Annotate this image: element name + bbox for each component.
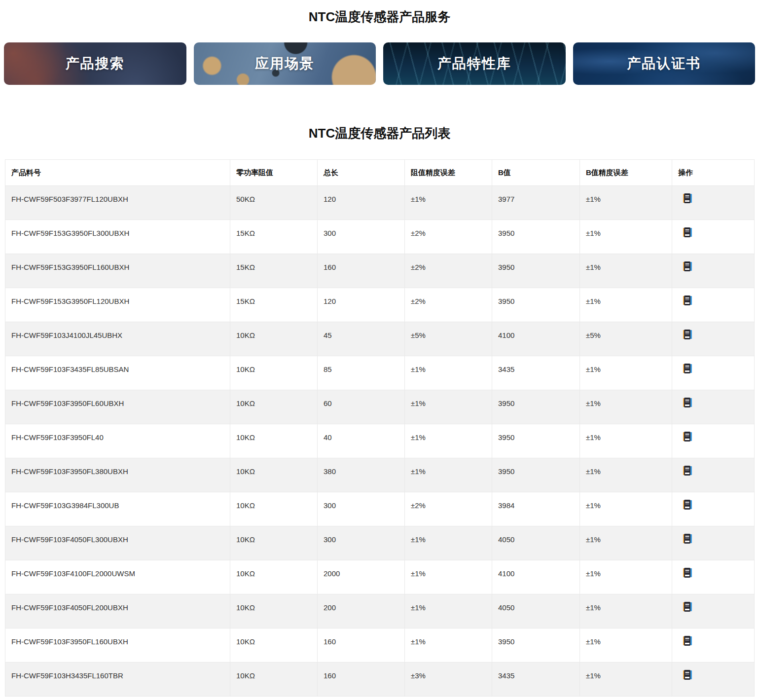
cell-length: 160 <box>318 663 405 697</box>
table-row: FH-CWF59F153G3950FL120UBXH15KΩ120±2%3950… <box>5 288 755 322</box>
cell-b-tolerance: ±1% <box>580 424 672 458</box>
datasheet-book-icon[interactable] <box>683 364 692 373</box>
datasheet-book-icon[interactable] <box>683 466 692 476</box>
datasheet-book-icon[interactable] <box>683 261 692 271</box>
book-icon-svg <box>683 500 692 510</box>
book-icon-svg <box>683 193 692 203</box>
cell-resistance: 15KΩ <box>230 254 318 288</box>
cell-action <box>672 526 755 560</box>
cell-resistance-tolerance: ±1% <box>405 458 492 492</box>
cell-b-tolerance: ±1% <box>580 254 672 288</box>
datasheet-book-icon[interactable] <box>683 295 692 305</box>
column-header: B值 <box>492 160 580 186</box>
datasheet-book-icon[interactable] <box>683 398 692 407</box>
datasheet-book-icon[interactable] <box>683 193 692 203</box>
cell-resistance-tolerance: ±1% <box>405 390 492 424</box>
cell-length: 160 <box>318 628 405 663</box>
cell-b-value: 3950 <box>492 458 580 492</box>
cell-resistance-tolerance: ±5% <box>405 322 492 356</box>
cell-action <box>672 492 755 526</box>
cell-action <box>672 356 755 390</box>
cell-part-number: FH-CWF59F103F4050FL300UBXH <box>5 526 230 560</box>
cell-b-value: 4100 <box>492 560 580 594</box>
table-row: FH-CWF59F103F3950FL380UBXH10KΩ380±1%3950… <box>5 458 755 492</box>
cell-part-number: FH-CWF59F103F3950FL160UBXH <box>5 628 230 663</box>
banner-product-search[interactable]: 产品搜索 <box>4 42 186 85</box>
cell-b-value: 3984 <box>492 492 580 526</box>
cell-b-value: 3950 <box>492 220 580 254</box>
banner-application-scenes[interactable]: 应用场景 <box>194 42 376 85</box>
cell-resistance: 10KΩ <box>230 424 318 458</box>
table-header-row: 产品料号零功率阻值总长阻值精度误差B值B值精度误差操作 <box>5 160 755 186</box>
banner-row: 产品搜索应用场景产品特性库产品认证书 <box>4 42 755 85</box>
cell-resistance: 10KΩ <box>230 322 318 356</box>
table-row: FH-CWF59F503F3977FL120UBXH50KΩ120±1%3977… <box>5 186 755 220</box>
cell-action <box>672 458 755 492</box>
cell-action <box>672 322 755 356</box>
datasheet-book-icon[interactable] <box>683 602 692 612</box>
cell-resistance-tolerance: ±2% <box>405 492 492 526</box>
cell-b-value: 3950 <box>492 424 580 458</box>
banner-certificates[interactable]: 产品认证书 <box>573 42 756 85</box>
cell-part-number: FH-CWF59F503F3977FL120UBXH <box>5 186 230 220</box>
banner-label: 产品特性库 <box>437 54 511 73</box>
column-header: 阻值精度误差 <box>405 160 492 186</box>
cell-length: 300 <box>318 526 405 560</box>
cell-b-tolerance: ±1% <box>580 594 672 628</box>
datasheet-book-icon[interactable] <box>683 432 692 442</box>
cell-action <box>672 594 755 628</box>
cell-b-tolerance: ±1% <box>580 663 672 697</box>
cell-length: 2000 <box>318 560 405 594</box>
cell-resistance: 10KΩ <box>230 458 318 492</box>
book-icon-svg <box>683 364 692 373</box>
table-row: FH-CWF59F103F3950FL60UBXH10KΩ60±1%3950±1… <box>5 390 755 424</box>
cell-resistance: 15KΩ <box>230 220 318 254</box>
cell-action <box>672 663 755 697</box>
cell-resistance: 10KΩ <box>230 594 318 628</box>
table-row: FH-CWF59F103G3984FL300UB10KΩ300±2%3984±1… <box>5 492 755 526</box>
cell-length: 300 <box>318 492 405 526</box>
cell-b-tolerance: ±1% <box>580 288 672 322</box>
cell-resistance-tolerance: ±2% <box>405 254 492 288</box>
cell-b-value: 3950 <box>492 288 580 322</box>
cell-resistance-tolerance: ±1% <box>405 186 492 220</box>
book-icon-svg <box>683 261 692 271</box>
book-icon-svg <box>683 432 692 442</box>
column-header: 产品料号 <box>5 160 230 186</box>
book-icon-svg <box>683 466 692 476</box>
cell-resistance-tolerance: ±1% <box>405 594 492 628</box>
book-icon-svg <box>683 295 692 305</box>
cell-b-tolerance: ±1% <box>580 220 672 254</box>
product-table: 产品料号零功率阻值总长阻值精度误差B值B值精度误差操作 FH-CWF59F503… <box>5 159 755 697</box>
datasheet-book-icon[interactable] <box>683 568 692 578</box>
datasheet-book-icon[interactable] <box>683 636 692 646</box>
datasheet-book-icon[interactable] <box>683 227 692 237</box>
cell-action <box>672 424 755 458</box>
banner-feature-library[interactable]: 产品特性库 <box>383 42 566 85</box>
table-row: FH-CWF59F103F3435FL85UBSAN10KΩ85±1%3435±… <box>5 356 755 390</box>
datasheet-book-icon[interactable] <box>683 534 692 544</box>
cell-resistance: 10KΩ <box>230 356 318 390</box>
cell-action <box>672 220 755 254</box>
table-row: FH-CWF59F103F4050FL300UBXH10KΩ300±1%4050… <box>5 526 755 560</box>
cell-resistance: 15KΩ <box>230 288 318 322</box>
cell-action <box>672 288 755 322</box>
cell-part-number: FH-CWF59F103F3435FL85UBSAN <box>5 356 230 390</box>
datasheet-book-icon[interactable] <box>683 500 692 510</box>
cell-part-number: FH-CWF59F103F3950FL60UBXH <box>5 390 230 424</box>
cell-resistance-tolerance: ±3% <box>405 663 492 697</box>
cell-part-number: FH-CWF59F153G3950FL160UBXH <box>5 254 230 288</box>
cell-resistance-tolerance: ±1% <box>405 628 492 663</box>
cell-b-tolerance: ±1% <box>580 356 672 390</box>
book-icon-svg <box>683 398 692 407</box>
cell-b-value: 3950 <box>492 628 580 663</box>
cell-length: 40 <box>318 424 405 458</box>
cell-b-value: 3950 <box>492 390 580 424</box>
banner-label: 应用场景 <box>255 54 314 73</box>
cell-part-number: FH-CWF59F103F3950FL380UBXH <box>5 458 230 492</box>
datasheet-book-icon[interactable] <box>683 330 692 339</box>
cell-resistance-tolerance: ±2% <box>405 288 492 322</box>
datasheet-book-icon[interactable] <box>683 670 692 680</box>
table-row: FH-CWF59F103J4100JL45UBHX10KΩ45±5%4100±5… <box>5 322 755 356</box>
table-row: FH-CWF59F153G3950FL160UBXH15KΩ160±2%3950… <box>5 254 755 288</box>
